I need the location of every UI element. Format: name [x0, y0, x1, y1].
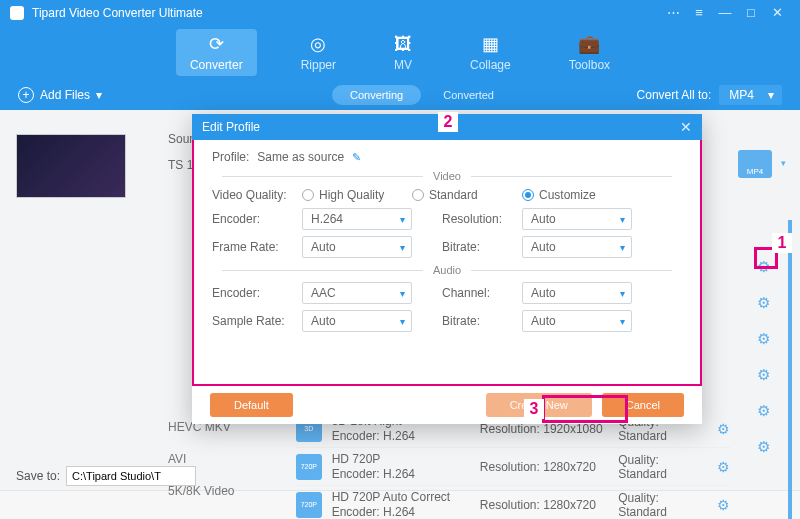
channel-select[interactable]: Auto: [522, 282, 632, 304]
disc-icon: ◎: [310, 33, 326, 55]
close-icon[interactable]: ✕: [764, 0, 790, 25]
scrollbar[interactable]: [788, 220, 792, 519]
highlight-create: [542, 395, 628, 423]
pencil-icon[interactable]: ✎: [352, 151, 361, 164]
audio-section-label: Audio: [212, 264, 682, 276]
seg-converted[interactable]: Converted: [425, 85, 512, 105]
tab-ripper[interactable]: ◎Ripper: [287, 29, 350, 76]
gear-icon[interactable]: ⚙: [757, 366, 770, 384]
seg-converting[interactable]: Converting: [332, 85, 421, 105]
app-title: Tipard Video Converter Ultimate: [32, 6, 203, 20]
main-toolbar: ⟳Converter ◎Ripper 🖼MV ▦Collage 💼Toolbox: [0, 25, 800, 80]
annotation-3: 3: [524, 399, 544, 419]
modal-title: Edit Profile: [202, 120, 260, 134]
save-to: Save to:: [16, 466, 196, 486]
title-bar: Tipard Video Converter Ultimate ⋯ ≡ — □ …: [0, 0, 800, 25]
chevron-down-icon: ▾: [96, 88, 102, 102]
video-encoder-select[interactable]: H.264: [302, 208, 412, 230]
framerate-select[interactable]: Auto: [302, 236, 412, 258]
app-logo: [10, 6, 24, 20]
gear-icon[interactable]: ⚙: [717, 459, 730, 475]
maximize-icon[interactable]: □: [738, 0, 764, 25]
gear-column: ⚙ ⚙ ⚙ ⚙ ⚙ ⚙: [757, 258, 770, 456]
format-badge[interactable]: MP4: [738, 150, 772, 178]
ribbon: + Add Files ▾ Converting Converted Conve…: [0, 80, 800, 110]
audio-encoder-select[interactable]: AAC: [302, 282, 412, 304]
status-segment: Converting Converted: [332, 85, 512, 105]
video-section-label: Video: [212, 170, 682, 182]
default-button[interactable]: Default: [210, 393, 293, 417]
minimize-icon[interactable]: —: [712, 0, 738, 25]
gear-icon[interactable]: ⚙: [757, 402, 770, 420]
cat-avi[interactable]: AVI: [168, 452, 235, 466]
gear-icon[interactable]: ⚙: [757, 330, 770, 348]
preset-icon: 720P: [296, 454, 322, 480]
video-bitrate-select[interactable]: Auto: [522, 236, 632, 258]
preset-list: 3D 3D Left RightEncoder: H.264 Resolutio…: [296, 410, 730, 519]
audio-bitrate-select[interactable]: Auto: [522, 310, 632, 332]
gear-icon[interactable]: ⚙: [757, 294, 770, 312]
video-thumbnail[interactable]: [16, 134, 126, 198]
gear-icon[interactable]: ⚙: [717, 421, 730, 437]
samplerate-select[interactable]: Auto: [302, 310, 412, 332]
tab-collage[interactable]: ▦Collage: [456, 29, 525, 76]
briefcase-icon: 💼: [578, 33, 600, 55]
add-files-button[interactable]: + Add Files ▾: [18, 87, 102, 103]
plus-icon: +: [18, 87, 34, 103]
radio-high-quality[interactable]: High Quality: [302, 188, 412, 202]
tab-mv[interactable]: 🖼MV: [380, 30, 426, 76]
save-path-input[interactable]: [66, 466, 196, 486]
cat-5k8k[interactable]: 5K/8K Video: [168, 484, 235, 498]
preset-row[interactable]: 720P HD 720PEncoder: H.264 Resolution: 1…: [296, 448, 730, 486]
close-icon[interactable]: ✕: [680, 119, 692, 135]
gear-icon[interactable]: ⚙: [757, 438, 770, 456]
annotation-1: 1: [772, 233, 792, 253]
edit-profile-modal: Edit Profile ✕ Profile: Same as source ✎…: [192, 114, 702, 424]
preset-icon: 720P: [296, 492, 322, 518]
tab-converter[interactable]: ⟳Converter: [176, 29, 257, 76]
annotation-2: 2: [438, 112, 458, 132]
preset-row[interactable]: 720P HD 720P Auto CorrectEncoder: H.264 …: [296, 486, 730, 519]
convert-all: Convert All to: MP4: [637, 85, 782, 105]
convert-all-select[interactable]: MP4: [719, 85, 782, 105]
category-list: HEVC MKV AVI 5K/8K Video: [168, 420, 235, 498]
menu-icon[interactable]: ≡: [686, 0, 712, 25]
radio-customize[interactable]: Customize: [522, 188, 632, 202]
image-icon: 🖼: [394, 34, 412, 55]
radio-standard[interactable]: Standard: [412, 188, 522, 202]
grid-icon: ▦: [482, 33, 499, 55]
tab-toolbox[interactable]: 💼Toolbox: [555, 29, 624, 76]
refresh-icon: ⟳: [209, 33, 224, 55]
profile-name: Same as source: [257, 150, 344, 164]
resolution-select[interactable]: Auto: [522, 208, 632, 230]
gear-icon[interactable]: ⚙: [717, 497, 730, 513]
feedback-icon[interactable]: ⋯: [660, 0, 686, 25]
